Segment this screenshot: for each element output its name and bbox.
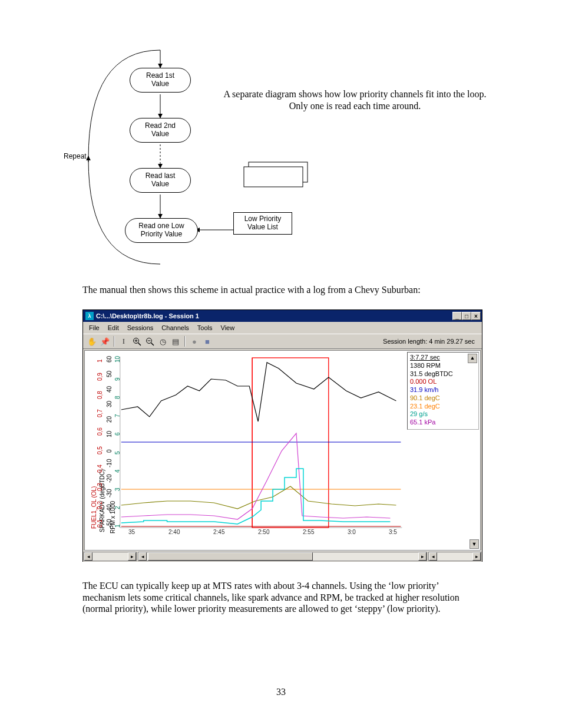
flow-node-read-low-priority: Read one LowPriority Value [125, 218, 198, 243]
ytick: 0,7 [97, 409, 103, 417]
chart-area[interactable]: FUEL1_OL (OL) SPARKADV (degBTDC) RPM x 1… [84, 350, 481, 551]
xtick: 2:45 [213, 529, 224, 535]
log-viewer-window: λ C:\...\Desktop\tr8b.log - Session 1 _ … [82, 309, 482, 562]
scrollbar-row: ◂ ▸ ◂ ▸ ◂ ▸ [83, 551, 482, 562]
menu-tools[interactable]: Tools [197, 324, 213, 331]
xtick: 2:50 [258, 529, 269, 535]
ytick: 0,8 [97, 391, 103, 399]
ytick: 30 [106, 401, 113, 407]
ytick: 0,9 [97, 373, 103, 381]
session-length-label: Session length: 4 min 29.27 sec [383, 338, 480, 345]
readout-value: 0.000 OL [410, 378, 476, 386]
menu-file[interactable]: File [89, 324, 100, 331]
svg-rect-5 [244, 167, 303, 187]
xtick: 3:0 [348, 529, 356, 535]
titlebar[interactable]: λ C:\...\Desktop\tr8b.log - Session 1 _ … [83, 310, 482, 322]
readout-value: 1380 RPM [410, 362, 476, 370]
ytick: 1 [114, 524, 121, 528]
zoom-out-icon[interactable] [143, 335, 156, 348]
hand-tool-icon[interactable]: ✋ [85, 335, 98, 348]
xtick: 2:55 [303, 529, 314, 535]
flow-node-read-1st: Read 1stValue [130, 68, 191, 93]
zoom-reset-icon[interactable]: ◷ [156, 335, 169, 348]
flow-node-read-last: Read lastValue [130, 168, 191, 193]
list-icon[interactable]: ▤ [169, 335, 182, 348]
readout-value: 23.1 degC [410, 403, 476, 411]
ytick: 40 [106, 386, 113, 393]
window-title: C:\...\Desktop\tr8b.log - Session 1 [96, 312, 199, 319]
svg-line-12 [151, 342, 154, 345]
flowchart: Read 1stValue Read 2ndValue Read lastVal… [59, 41, 342, 271]
ytick: -30 [106, 489, 113, 498]
ytick: 6 [114, 433, 121, 436]
maximize-button[interactable]: □ [462, 312, 471, 320]
paragraph-intro: The manual then shows this scheme in act… [82, 284, 495, 296]
ytick: 0,3 [97, 483, 103, 491]
readout-value: 31.9 km/h [410, 386, 476, 394]
xtick: 3:5 [389, 529, 397, 535]
ytick: 50 [106, 371, 113, 377]
toolbar: ✋ 📌 I ◷ ▤ ● ■ Session length: 4 min 29.2… [83, 334, 482, 349]
ytick: 0,4 [97, 465, 103, 473]
stop-icon[interactable]: ■ [201, 335, 214, 348]
right-scrollbar[interactable]: ◂ ▸ [428, 552, 481, 561]
repeat-label: Repeat [64, 152, 87, 160]
app-icon: λ [85, 312, 94, 320]
scrollbar-thumb[interactable] [148, 552, 313, 561]
close-button[interactable]: × [471, 312, 481, 320]
record-icon[interactable]: ● [188, 335, 201, 348]
flow-node-read-2nd: Read 2ndValue [130, 118, 191, 143]
readout-scroll-down-icon[interactable]: ▼ [470, 539, 479, 549]
ytick: -50 [106, 519, 113, 528]
menu-sessions[interactable]: Sessions [127, 324, 154, 331]
ytick: 2 [114, 506, 121, 509]
ytick: 3 [114, 487, 121, 491]
svg-line-8 [138, 342, 141, 345]
ytick: 8 [114, 396, 121, 400]
readout-value: 29 g/s [410, 410, 476, 419]
ytick: 7 [114, 414, 121, 418]
ytick: -10 [106, 459, 113, 467]
menu-view[interactable]: View [221, 324, 235, 331]
ytick: -20 [106, 474, 113, 482]
ytick: 1 [97, 359, 103, 363]
readout-panel: ▲ 3:7.27 sec 1380 RPM31.5 degBTDC0.000 O… [407, 352, 479, 430]
ytick: 9 [114, 378, 121, 381]
menu-edit[interactable]: Edit [108, 324, 119, 331]
ibeam-tool-icon[interactable]: I [117, 335, 130, 348]
ytick: 0,1 [97, 519, 103, 528]
ytick: 10 [106, 431, 113, 437]
ytick: 0,2 [97, 501, 103, 509]
flow-box-low-priority-list: Low PriorityValue List [233, 212, 292, 235]
page-number: 33 [0, 687, 562, 697]
ytick: 20 [106, 416, 113, 423]
ytick: -40 [106, 504, 113, 512]
ytick: 10 [114, 356, 121, 363]
paragraph-conclusion: The ECU can typically keep up at MTS rat… [82, 580, 483, 615]
readout-time: 3:7.27 sec [410, 354, 476, 362]
ytick: 60 [106, 356, 113, 363]
menubar: File Edit Sessions Channels Tools View [83, 322, 482, 334]
menu-channels[interactable]: Channels [161, 324, 189, 331]
flowchart-arrows [59, 41, 342, 271]
ytick: 0,5 [97, 446, 103, 454]
left-scrollbar[interactable]: ◂ ▸ [84, 552, 137, 561]
ytick: 0,6 [97, 428, 103, 436]
xtick: 35 [128, 529, 135, 535]
ytick: 4 [114, 469, 121, 473]
flowchart-caption: A separate diagram shows how low priorit… [221, 88, 489, 112]
ytick: 5 [114, 451, 121, 454]
xtick: 2:40 [168, 529, 180, 535]
ytick: 0 [106, 449, 113, 453]
readout-value: 65.1 kPa [410, 419, 476, 427]
zoom-in-icon[interactable] [130, 335, 143, 348]
main-scrollbar[interactable]: ◂ ▸ [138, 552, 427, 561]
readout-value: 31.5 degBTDC [410, 370, 476, 378]
pin-icon[interactable]: 📌 [98, 335, 111, 348]
minimize-button[interactable]: _ [452, 312, 462, 320]
readout-value: 90.1 degC [410, 394, 476, 403]
readout-scroll-up-icon[interactable]: ▲ [468, 354, 477, 363]
